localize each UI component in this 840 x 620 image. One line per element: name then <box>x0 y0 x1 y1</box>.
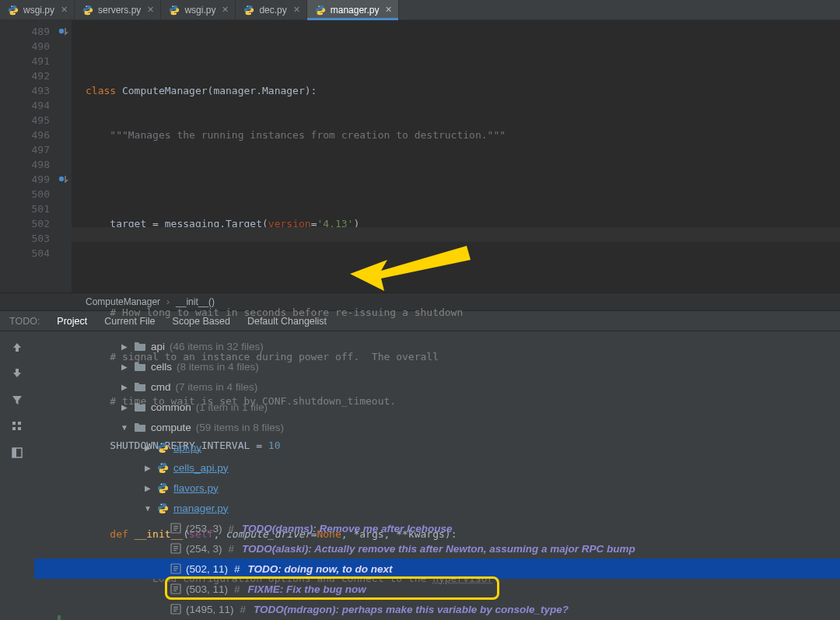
hash-icon: # <box>234 563 240 575</box>
tree-file[interactable]: ▶cells_api.py <box>34 457 840 478</box>
line-number: 492 <box>0 68 72 83</box>
panel-icon[interactable] <box>9 445 25 461</box>
line-number: 500 <box>0 187 72 201</box>
chevron-right-icon[interactable]: ▶ <box>143 464 152 472</box>
chevron-right-icon[interactable]: ▶ <box>143 443 152 452</box>
todo-text: FIXME: Fix the bug now <box>248 583 366 595</box>
todo-tree[interactable]: ▶api (46 items in 32 files)▶cells (8 ite… <box>34 331 840 620</box>
tree-folder[interactable]: ▶cells (8 items in 4 files) <box>34 356 840 377</box>
chevron-right-icon[interactable]: ▶ <box>143 484 152 492</box>
svg-rect-10 <box>18 422 21 425</box>
editor-tab[interactable]: servers.py✕ <box>75 0 161 19</box>
chevron-right-icon[interactable]: ▶ <box>120 383 129 391</box>
editor-tab[interactable]: wsgi.py✕ <box>0 0 75 19</box>
editor-tab[interactable]: manager.py✕ <box>307 0 400 19</box>
folder-hint: (1 item in 1 file) <box>196 401 268 413</box>
todo-location: (253, 3) <box>186 523 222 534</box>
line-number: 495 <box>0 113 72 128</box>
file-name[interactable]: flavors.py <box>173 482 219 494</box>
svg-rect-14 <box>12 448 16 457</box>
chevron-right-icon[interactable]: ▶ <box>120 363 129 371</box>
line-number: 504 <box>0 246 72 261</box>
todo-text: TODO: doing now, to do next <box>248 563 393 575</box>
editor-tab[interactable]: wsgi.py✕ <box>161 0 236 19</box>
line-number: 502 <box>0 216 72 231</box>
close-icon[interactable]: ✕ <box>222 5 229 15</box>
file-name[interactable]: manager.py <box>173 503 229 514</box>
line-number: 494 <box>0 98 72 113</box>
chevron-right-icon[interactable]: ▶ <box>120 342 129 351</box>
todo-item[interactable]: (502, 11)#TODO: doing now, to do next <box>34 559 840 579</box>
folder-hint: (59 items in 8 files) <box>196 422 284 433</box>
todo-text: TODO(danms): Remove me after Icehouse <box>242 523 453 534</box>
todo-tool-strip <box>0 331 34 620</box>
chevron-right-icon[interactable]: ▶ <box>120 403 129 412</box>
tree-folder[interactable]: ▶cmd (7 items in 4 files) <box>34 377 840 397</box>
note-icon <box>170 523 181 534</box>
close-icon[interactable]: ✕ <box>147 5 154 15</box>
file-name[interactable]: api.py <box>173 442 201 454</box>
close-icon[interactable]: ✕ <box>61 5 68 15</box>
folder-icon <box>134 361 146 372</box>
tree-file[interactable]: ▼manager.py <box>34 498 840 518</box>
folder-hint: (46 items in 32 files) <box>170 341 264 352</box>
line-number: 496 <box>0 128 72 142</box>
chevron-down-icon[interactable]: ▼ <box>143 504 152 513</box>
python-file-icon <box>243 5 254 16</box>
line-gutter: 4894904914924934944954964974984995005015… <box>0 20 72 292</box>
hash-icon: # <box>229 543 235 555</box>
folder-icon <box>134 401 146 412</box>
file-name[interactable]: cells_api.py <box>173 462 229 474</box>
arrow-down-icon[interactable] <box>9 366 25 381</box>
code-editor[interactable]: 4894904914924934944954964974984995005015… <box>0 20 840 292</box>
folder-icon <box>134 422 146 433</box>
folder-name: cells <box>151 361 172 373</box>
svg-point-6 <box>59 29 64 33</box>
editor-tab[interactable]: dec.py✕ <box>236 0 306 19</box>
todo-item[interactable]: (1495, 11)#TODO(mdragon): perhaps make t… <box>34 599 840 619</box>
todo-item[interactable]: (253, 3)#TODO(danms): Remove me after Ic… <box>34 518 840 538</box>
code-area[interactable]: class ComputeManager(manager.Manager): "… <box>72 20 840 292</box>
folder-name: cmd <box>151 381 171 393</box>
todo-location: (503, 11) <box>186 583 228 595</box>
close-icon[interactable]: ✕ <box>293 5 300 15</box>
tab-label: wsgi.py <box>23 5 54 16</box>
note-icon <box>170 543 181 554</box>
svg-rect-9 <box>12 422 16 425</box>
tree-folder[interactable]: ▶api (46 items in 32 files) <box>34 336 840 356</box>
folder-name: compute <box>151 422 191 433</box>
todo-location: (254, 3) <box>186 543 222 555</box>
todo-item[interactable]: (254, 3)#TODO(alaski): Actually remove t… <box>34 538 840 559</box>
tree-folder[interactable]: ▶common (1 item in 1 file) <box>34 397 840 417</box>
arrow-up-icon[interactable] <box>9 339 25 355</box>
python-file-icon <box>8 5 19 16</box>
python-file-icon <box>157 503 169 514</box>
tree-folder[interactable]: ▼compute (59 items in 8 files) <box>34 417 840 437</box>
todo-scope-tab[interactable]: Project <box>57 316 87 327</box>
todo-panel: ▶api (46 items in 32 files)▶cells (8 ite… <box>0 331 840 620</box>
chevron-down-icon[interactable]: ▼ <box>120 423 129 432</box>
line-number: 491 <box>0 54 72 68</box>
todo-item[interactable]: (503, 11)#FIXME: Fix the bug now <box>34 579 840 599</box>
grid-icon[interactable] <box>9 419 25 434</box>
line-number: 489 <box>0 24 72 39</box>
tree-file[interactable]: ▶flavors.py <box>34 478 840 498</box>
hash-icon: # <box>234 583 240 595</box>
folder-icon <box>134 341 146 352</box>
filter-icon[interactable] <box>9 392 25 408</box>
line-number: 498 <box>0 157 72 172</box>
hash-icon: # <box>240 604 247 615</box>
close-icon[interactable]: ✕ <box>385 5 392 15</box>
line-number: 499 <box>0 172 72 187</box>
line-number: 501 <box>0 201 72 216</box>
tree-file[interactable]: ▶api.py <box>34 437 840 457</box>
svg-rect-11 <box>12 427 16 430</box>
editor-tabs: wsgi.py✕servers.py✕wsgi.py✕dec.py✕manage… <box>0 0 840 20</box>
note-icon <box>170 563 181 574</box>
hash-icon: # <box>229 523 235 534</box>
note-icon <box>170 604 181 615</box>
python-file-icon <box>157 462 169 474</box>
todo-location: (1495, 11) <box>186 604 234 615</box>
folder-name: common <box>151 401 191 413</box>
line-number: 490 <box>0 39 72 54</box>
